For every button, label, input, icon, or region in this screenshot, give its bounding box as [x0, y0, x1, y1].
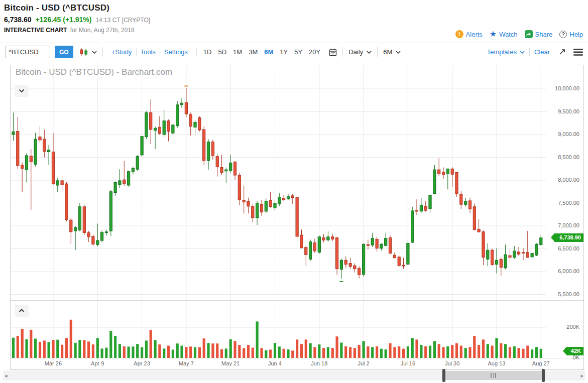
- interactive-chart-label: INTERACTIVE CHART: [4, 27, 67, 34]
- toolbar-divider: [196, 48, 197, 56]
- time-axis-label: Jul 16: [393, 360, 423, 366]
- expand-arrow-icon: [558, 48, 566, 56]
- time-axis-label: May 21: [215, 360, 246, 366]
- quote-time: 14:13 CT [CRYPTO]: [95, 17, 150, 24]
- range-button-1y[interactable]: 1Y: [280, 48, 288, 56]
- range-buttons: 1D5D1M3M6M1Y5Y20Y: [203, 48, 320, 56]
- symbol-input[interactable]: [5, 46, 50, 58]
- scrollbar-grip-icon: [491, 373, 497, 378]
- last-price-badge: 6,738.90: [554, 233, 583, 242]
- toolbar-divider: [102, 47, 103, 57]
- go-button[interactable]: GO: [55, 46, 73, 58]
- collapse-price-panel-button[interactable]: [15, 85, 29, 97]
- chevron-down-icon: [19, 89, 25, 93]
- range-button-3m[interactable]: 3M: [249, 48, 258, 56]
- calendar-button[interactable]: [328, 48, 338, 56]
- chevron-down-icon: [367, 51, 372, 54]
- share-link[interactable]: Share: [525, 30, 553, 38]
- chevron-down-icon: [92, 51, 97, 54]
- range-button-20y[interactable]: 20Y: [309, 48, 320, 56]
- last-volume-badge: 42K: [566, 347, 583, 355]
- chart-date-label: for Mon, Aug 27th, 2018: [70, 27, 135, 34]
- alert-icon: !: [455, 30, 463, 38]
- chart-horizontal-scrollbar[interactable]: ◂ ▸: [3, 370, 585, 380]
- action-label: Help: [569, 31, 583, 38]
- chart-toolbar: GO +StudyToolsSettings 1D5D1M3M6M1Y5Y20Y…: [0, 43, 588, 61]
- time-axis-label: Jul 30: [437, 360, 467, 366]
- clear-button[interactable]: Clear: [534, 48, 550, 56]
- chevron-down-icon: [396, 51, 401, 54]
- range-button-6m[interactable]: 6M: [264, 48, 273, 56]
- scroll-left-arrow-icon[interactable]: ◂: [5, 371, 8, 379]
- frequency-value: Daily: [348, 48, 363, 56]
- price-axis-label: 10,000.00: [547, 85, 579, 91]
- toolbar-menu-links: +StudyToolsSettings: [107, 48, 192, 56]
- time-axis-label: Jul 2: [348, 360, 379, 366]
- price-axis-label: 8,000.00: [547, 177, 579, 183]
- scroll-range-left-handle[interactable]: [442, 369, 445, 382]
- page-title: Bitcoin - USD (^BTCUSD): [4, 3, 584, 13]
- price-axis-label: 5,500.00: [547, 291, 579, 297]
- chart-menu-button[interactable]: [573, 49, 583, 56]
- action-label: Watch: [499, 31, 517, 38]
- period-value: 6M: [383, 48, 392, 56]
- price-axis-label: 9,000.00: [547, 131, 579, 137]
- hamburger-menu-icon: [573, 49, 583, 56]
- price-axis-label: 6,500.00: [547, 245, 579, 251]
- toolbar-link-tools[interactable]: Tools: [137, 48, 160, 56]
- calendar-icon: [329, 48, 337, 56]
- price-axis-label: 7,500.00: [547, 200, 579, 206]
- time-axis-label: Aug 27: [526, 360, 556, 366]
- help-link[interactable]: ?Help: [559, 31, 583, 38]
- time-axis: Mar 26Apr 9Apr 23May 7May 21Jun 4Jun 18J…: [11, 359, 546, 369]
- range-button-1m[interactable]: 1M: [233, 48, 242, 56]
- price-axis-label: 7,000.00: [547, 222, 579, 228]
- share-icon: [525, 30, 533, 38]
- chevron-down-icon: [520, 51, 525, 54]
- toolbar-divider: [342, 47, 343, 57]
- candlestick-type-icon: [79, 48, 90, 56]
- range-button-1d[interactable]: 1D: [203, 48, 212, 56]
- templates-dropdown[interactable]: Templates: [487, 48, 525, 56]
- quote-price-row: 6,738.60 +126.45 (+1.91%) 14:13 CT [CRYP…: [4, 16, 584, 24]
- scrollbar-thumb[interactable]: [444, 371, 543, 380]
- price-axis-label: 6,000.00: [547, 268, 579, 274]
- templates-label: Templates: [487, 48, 517, 56]
- watch-link[interactable]: ★Watch: [490, 30, 518, 38]
- time-axis-label: Mar 26: [38, 360, 68, 366]
- price-axis-label: 8,500.00: [547, 154, 579, 160]
- chart-type-dropdown[interactable]: [78, 48, 98, 56]
- range-button-5y[interactable]: 5Y: [294, 48, 302, 56]
- action-label: Share: [535, 31, 553, 38]
- price-change: +126.45 (+1.91%): [35, 16, 91, 24]
- alerts-link[interactable]: !Alerts: [455, 30, 483, 38]
- frequency-dropdown[interactable]: Daily: [347, 48, 373, 56]
- chart-plot-area[interactable]: [11, 65, 583, 369]
- last-price: 6,738.60: [4, 16, 32, 24]
- toolbar-link-study[interactable]: +Study: [107, 48, 137, 56]
- toolbar-link-settings[interactable]: Settings: [160, 48, 192, 56]
- scroll-range-right-handle[interactable]: [542, 369, 545, 382]
- time-axis-label: Apr 9: [82, 360, 112, 366]
- range-button-5d[interactable]: 5D: [218, 48, 226, 56]
- time-axis-label: Aug 13: [482, 360, 512, 366]
- star-icon: ★: [490, 30, 497, 38]
- fullscreen-button[interactable]: [558, 48, 566, 56]
- time-axis-label: Jun 4: [260, 360, 290, 366]
- time-axis-label: Apr 23: [127, 360, 157, 366]
- time-axis-label: Jun 18: [304, 360, 334, 366]
- price-axis-label: 9,500.00: [547, 108, 579, 114]
- header-actions: !Alerts★WatchShare?Help: [455, 30, 583, 38]
- chevron-up-icon: [19, 309, 25, 313]
- quote-header: Bitcoin - USD (^BTCUSD) 6,738.60 +126.45…: [4, 3, 584, 42]
- collapse-volume-panel-button[interactable]: [15, 305, 29, 317]
- help-icon: ?: [559, 31, 567, 38]
- toolbar-divider: [529, 48, 530, 56]
- scroll-right-arrow-icon[interactable]: ▸: [580, 371, 583, 379]
- period-dropdown[interactable]: 6M: [382, 48, 402, 56]
- action-label: Alerts: [466, 31, 483, 38]
- toolbar-divider: [377, 47, 378, 57]
- volume-axis-label: 200K: [547, 324, 579, 330]
- time-axis-label: May 7: [171, 360, 201, 366]
- chart-container: Bitcoin - USD (^BTCUSD) - Barchart.com 1…: [10, 65, 584, 370]
